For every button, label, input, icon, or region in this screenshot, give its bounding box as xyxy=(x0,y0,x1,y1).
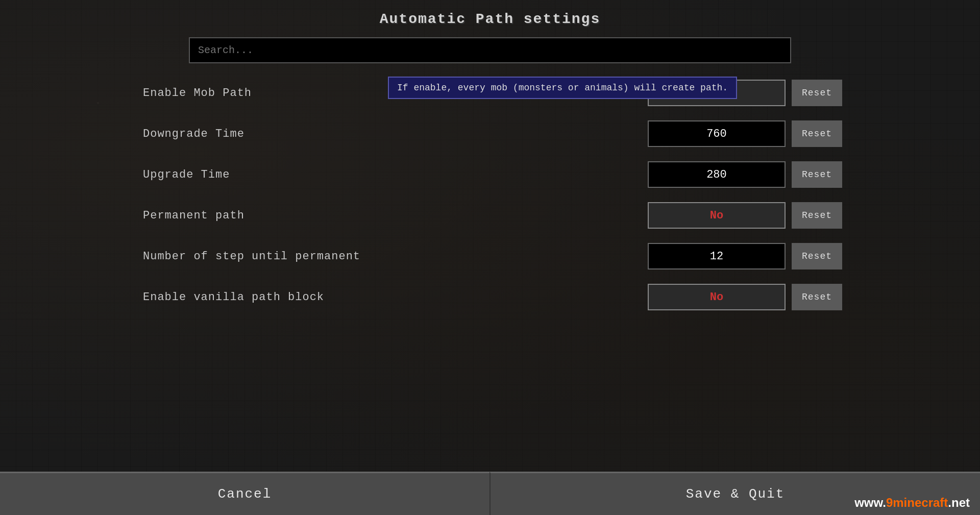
setting-label-downgrade-time: Downgrade Time xyxy=(138,128,648,140)
setting-control-downgrade-time: 760 Reset xyxy=(648,120,842,147)
setting-row-enable-mob-path: Enable Mob Path If enable, every mob (mo… xyxy=(138,72,842,113)
setting-label-enable-vanilla-path: Enable vanilla path block xyxy=(138,291,648,304)
setting-row-upgrade-time: Upgrade Time 280 Reset xyxy=(138,154,842,195)
setting-label-permanent-path: Permanent path xyxy=(138,209,648,222)
watermark-minecraft: minecraft xyxy=(893,496,948,509)
value-box-downgrade-time[interactable]: 760 xyxy=(648,120,786,147)
reset-button-upgrade-time[interactable]: Reset xyxy=(792,161,842,188)
setting-row-permanent-path: Permanent path No Reset xyxy=(138,195,842,236)
value-box-upgrade-time[interactable]: 280 xyxy=(648,161,786,188)
settings-list: Enable Mob Path If enable, every mob (mo… xyxy=(138,72,842,317)
reset-button-permanent-path[interactable]: Reset xyxy=(792,202,842,229)
setting-label-upgrade-time: Upgrade Time xyxy=(138,168,648,181)
setting-row-downgrade-time: Downgrade Time 760 Reset xyxy=(138,113,842,154)
reset-button-downgrade-time[interactable]: Reset xyxy=(792,120,842,147)
reset-button-enable-mob-path[interactable]: Reset xyxy=(792,80,842,106)
value-box-enable-vanilla-path[interactable]: No xyxy=(648,284,786,310)
watermark-nine: 9 xyxy=(886,496,893,509)
setting-row-number-of-steps: Number of step until permanent 12 Reset xyxy=(138,236,842,277)
setting-control-permanent-path: No Reset xyxy=(648,202,842,229)
reset-button-enable-vanilla-path[interactable]: Reset xyxy=(792,284,842,310)
setting-control-upgrade-time: 280 Reset xyxy=(648,161,842,188)
page-title: Automatic Path settings xyxy=(380,11,600,27)
search-input[interactable] xyxy=(189,37,791,63)
search-container xyxy=(189,37,791,63)
setting-row-enable-vanilla-path: Enable vanilla path block No Reset xyxy=(138,277,842,317)
setting-control-enable-mob-path: No Reset xyxy=(648,80,842,106)
value-box-permanent-path[interactable]: No xyxy=(648,202,786,229)
watermark-prefix: www. xyxy=(854,496,886,509)
reset-button-number-of-steps[interactable]: Reset xyxy=(792,243,842,269)
setting-control-enable-vanilla-path: No Reset xyxy=(648,284,842,310)
watermark: www.9minecraft.net xyxy=(854,496,970,510)
setting-control-number-of-steps: 12 Reset xyxy=(648,243,842,269)
setting-label-enable-mob-path: Enable Mob Path xyxy=(138,87,648,100)
value-box-number-of-steps[interactable]: 12 xyxy=(648,243,786,269)
setting-label-number-of-steps: Number of step until permanent xyxy=(138,250,648,263)
value-box-enable-mob-path[interactable]: No xyxy=(648,80,786,106)
watermark-net: .net xyxy=(948,496,970,509)
